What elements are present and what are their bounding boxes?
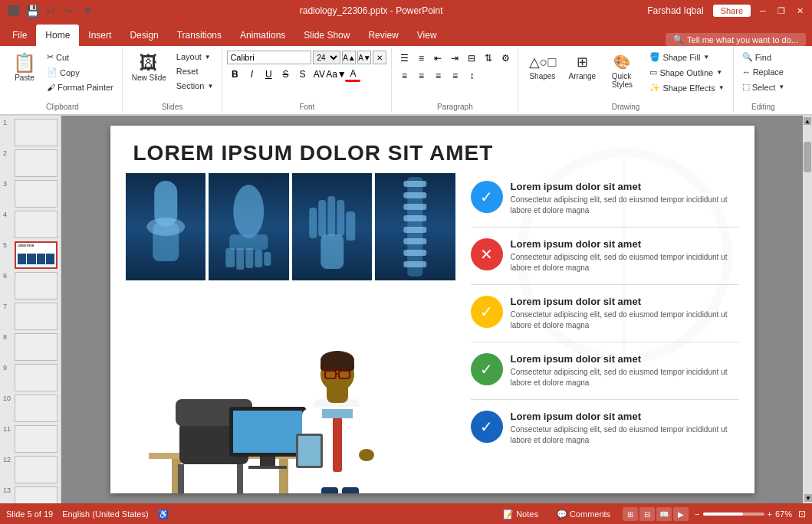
section-button[interactable]: Section▼: [173, 80, 218, 92]
tab-review[interactable]: Review: [359, 25, 407, 46]
minimize-button[interactable]: ─: [757, 5, 769, 17]
comments-button[interactable]: 💬 Comments: [551, 508, 616, 521]
font-size-select[interactable]: 24: [313, 51, 340, 64]
align-center-button[interactable]: ≡: [413, 68, 429, 84]
shape-effects-button[interactable]: ✨ Shape Effects▼: [646, 81, 728, 94]
char-space-button[interactable]: AV: [311, 67, 327, 82]
slide-thumb-9[interactable]: 9: [3, 364, 58, 391]
bullets-button[interactable]: ☰: [396, 51, 412, 66]
scroll-thumb[interactable]: [804, 142, 811, 172]
font-grow-button[interactable]: A▲: [342, 51, 356, 64]
window-title: radiology_22306.pptx - PowerPoint: [95, 5, 647, 16]
align-left-button[interactable]: ≡: [396, 68, 412, 84]
slides-group: 🖼 New Slide Layout▼ Reset Section▼ Slide…: [123, 47, 223, 113]
slide-thumb-3[interactable]: 3: [3, 180, 58, 208]
shadow-button[interactable]: S: [294, 67, 310, 82]
font-case-button[interactable]: Aa▼: [328, 67, 344, 82]
columns-button[interactable]: ⊟: [464, 51, 479, 66]
slide-thumb-8[interactable]: 8: [3, 333, 58, 361]
shape-fill-button[interactable]: 🪣 Shape Fill▼: [646, 51, 728, 64]
svg-rect-12: [264, 252, 271, 266]
tab-file[interactable]: File: [3, 25, 36, 46]
align-right-button[interactable]: ≡: [430, 68, 445, 84]
vertical-scrollbar[interactable]: ▲ ▼: [803, 116, 812, 503]
svg-rect-38: [260, 457, 275, 466]
zoom-slider[interactable]: [703, 513, 764, 516]
slide-thumb-2[interactable]: 2: [3, 149, 58, 177]
tell-me[interactable]: 🔍Tell me what you want to do...: [666, 33, 806, 46]
close-button[interactable]: ✕: [794, 5, 806, 17]
scroll-up-button[interactable]: ▲: [804, 117, 811, 125]
tab-insert[interactable]: Insert: [79, 25, 120, 46]
new-slide-button[interactable]: 🖼 New Slide: [127, 51, 171, 85]
slide-canvas[interactable]: LOREM IPSUM DOLOR SIT AMET: [110, 126, 754, 493]
text-direction-button[interactable]: ⇅: [481, 51, 496, 66]
slide-thumb-11[interactable]: 11: [3, 425, 58, 453]
save-btn[interactable]: 💾: [25, 3, 40, 18]
format-painter-button[interactable]: 🖌Format Painter: [43, 81, 117, 93]
copy-button[interactable]: 📄Copy: [43, 66, 117, 79]
presenter-view-button[interactable]: ▶: [673, 507, 689, 521]
restore-button[interactable]: ❐: [775, 5, 787, 17]
underline-button[interactable]: U: [261, 67, 276, 82]
reset-button[interactable]: Reset: [173, 65, 218, 77]
editing-group: 🔍 Find ↔ Replace ⬚ Select▼ Editing: [734, 47, 794, 113]
indent-less-button[interactable]: ⇤: [430, 51, 445, 66]
slide-thumb-7[interactable]: 7: [3, 303, 58, 330]
scroll-down-button[interactable]: ▼: [804, 494, 812, 502]
italic-button[interactable]: I: [244, 67, 259, 82]
share-button[interactable]: Share: [713, 5, 751, 17]
fit-page-button[interactable]: ⊡: [798, 509, 806, 519]
cut-button[interactable]: ✂Cut: [43, 51, 117, 64]
strikethrough-button[interactable]: S: [278, 67, 293, 82]
canvas-area[interactable]: LOREM IPSUM DOLOR SIT AMET: [61, 116, 803, 503]
find-button[interactable]: 🔍 Find: [738, 51, 775, 64]
slide-sorter-button[interactable]: ⊟: [639, 507, 655, 521]
numbering-button[interactable]: ≡: [413, 51, 429, 66]
convert-smartart-button[interactable]: ⚙: [498, 51, 513, 66]
reading-view-button[interactable]: 📖: [656, 507, 672, 521]
slide-number: 11: [3, 425, 12, 433]
zoom-in-icon[interactable]: +: [768, 509, 772, 519]
slide-thumb-13[interactable]: 13: [3, 486, 58, 503]
shape-outline-button[interactable]: ▭ Shape Outline▼: [646, 66, 728, 79]
tab-design[interactable]: Design: [120, 25, 167, 46]
justify-button[interactable]: ≡: [447, 68, 462, 84]
font-family-input[interactable]: [227, 51, 311, 64]
slide-thumb-4[interactable]: 4: [3, 211, 58, 238]
slide-number: 13: [3, 486, 12, 494]
slide-thumb-10[interactable]: 10: [3, 395, 58, 422]
tab-transitions[interactable]: Transitions: [168, 25, 231, 46]
bold-button[interactable]: B: [227, 67, 242, 82]
redo-btn[interactable]: ↪: [61, 3, 77, 18]
paste-button[interactable]: 📋 Paste: [8, 51, 41, 85]
normal-view-button[interactable]: ⊞: [623, 507, 638, 521]
zoom-out-icon[interactable]: −: [695, 509, 699, 519]
tab-view[interactable]: View: [408, 25, 446, 46]
clear-format-button[interactable]: ✕: [373, 51, 386, 64]
quick-styles-button[interactable]: 🎨 QuickStyles: [603, 51, 641, 92]
slide-number: 5: [3, 241, 12, 249]
replace-button[interactable]: ↔ Replace: [738, 66, 787, 78]
font-color-button[interactable]: A: [345, 67, 360, 82]
arrange-button[interactable]: ⊞ Arrange: [563, 51, 601, 84]
status-right: 📝 Notes 💬 Comments ⊞ ⊟ 📖 ▶ − + 67% ⊡: [497, 507, 806, 521]
slide-thumb-12[interactable]: 12: [3, 456, 58, 483]
tab-home[interactable]: Home: [36, 25, 79, 46]
font-shrink-button[interactable]: A▼: [357, 51, 371, 64]
slide-thumb-1[interactable]: 1: [3, 119, 58, 146]
undo-btn[interactable]: ↩: [43, 3, 58, 18]
para-row2: ≡ ≡ ≡ ≡ ↕: [396, 68, 479, 84]
customize-btn[interactable]: ▼: [80, 3, 95, 18]
shapes-button[interactable]: △○□ Shapes: [523, 51, 561, 84]
slide-thumb-5[interactable]: 5 LOREM IPSUM: [3, 241, 58, 269]
select-button[interactable]: ⬚ Select▼: [738, 80, 789, 93]
line-spacing-button[interactable]: ↕: [464, 68, 479, 84]
indent-more-button[interactable]: ⇥: [447, 51, 462, 66]
layout-button[interactable]: Layout▼: [173, 51, 218, 63]
svg-rect-26: [403, 250, 426, 256]
slide-thumb-6[interactable]: 6: [3, 272, 58, 300]
tab-slideshow[interactable]: Slide Show: [294, 25, 359, 46]
notes-button[interactable]: 📝 Notes: [497, 508, 544, 521]
tab-animations[interactable]: Animations: [231, 25, 294, 46]
